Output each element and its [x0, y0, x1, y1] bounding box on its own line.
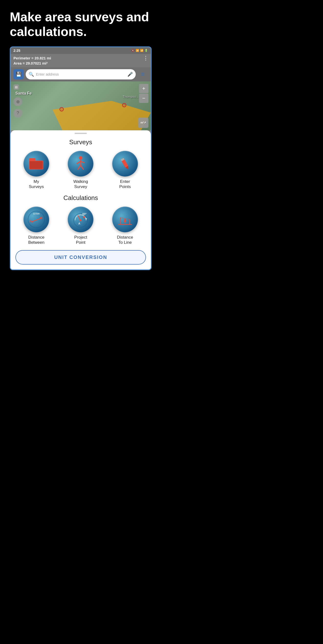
walk-icon: [74, 156, 87, 171]
battery-icon: 🔋: [144, 49, 148, 52]
project-point-label: ProjectPoint: [74, 235, 87, 245]
map-pin-2: [122, 103, 126, 107]
area-unit-button[interactable]: m²↗: [138, 118, 148, 128]
distance-between-item[interactable]: 13 km A B DistanceBetween: [19, 206, 54, 245]
walking-survey-button[interactable]: [68, 151, 94, 176]
svg-line-6: [81, 161, 84, 163]
distance-to-line-icon: [116, 210, 134, 228]
svg-point-21: [80, 220, 82, 222]
svg-point-23: [84, 216, 85, 218]
svg-text:13 km: 13 km: [33, 212, 40, 215]
calculations-section-title: Calculations: [16, 194, 146, 202]
phone-mockup: 2:25 🔇 📶 📶 🔋 Perimeter = 20.821 mi Area …: [10, 46, 152, 270]
calculations-grid: 13 km A B DistanceBetween: [16, 206, 146, 245]
svg-line-8: [81, 165, 84, 170]
search-placeholder: Enter address: [36, 72, 126, 76]
distance-between-icon: 13 km A B: [27, 210, 46, 228]
area-text: Area = 29.07021 mi²: [14, 61, 51, 66]
map-label-thompson: Thompso...: [123, 95, 139, 98]
map-label-santa-fe: Santa Fe: [16, 91, 32, 96]
mute-icon: 🔇: [131, 49, 135, 52]
sheet-handle: [74, 133, 87, 134]
svg-rect-2: [30, 161, 43, 169]
enter-points-button[interactable]: [112, 151, 138, 176]
distance-to-line-label: DistanceTo Line: [117, 235, 133, 245]
status-bar: 2:25 🔇 📶 📶 🔋: [10, 47, 151, 54]
surveys-grid: MySurveys: [16, 151, 146, 190]
signal-icon: 📶: [140, 49, 144, 52]
address-search-input[interactable]: 🔍 Enter address 🎤: [26, 69, 136, 80]
search-bar: 💾 🔍 Enter address 🎤 ≡: [10, 67, 151, 82]
my-surveys-button[interactable]: [24, 151, 49, 176]
search-icon: 🔍: [28, 72, 34, 77]
svg-text:60°: 60°: [82, 212, 87, 216]
distance-to-line-button[interactable]: [112, 206, 138, 232]
area-unit-icon: m²↗: [140, 121, 146, 124]
my-location-button[interactable]: ⊕: [14, 97, 22, 106]
unit-conversion-button[interactable]: UNIT CONVERSION: [16, 250, 146, 264]
hamburger-icon: ≡: [141, 70, 144, 78]
status-time: 2:25: [14, 49, 20, 52]
project-point-icon: 60° ? A: [72, 210, 90, 228]
svg-line-16: [32, 218, 40, 222]
save-button[interactable]: 💾: [14, 69, 24, 80]
location-icon: ⊕: [16, 99, 20, 104]
svg-text:?: ?: [85, 217, 87, 221]
my-surveys-label: MySurveys: [29, 179, 44, 190]
microphone-icon[interactable]: 🎤: [128, 72, 133, 77]
svg-text:A: A: [29, 219, 32, 223]
bottom-sheet: Surveys MySurveys: [10, 130, 151, 270]
svg-text:A: A: [78, 222, 80, 225]
zoom-in-button[interactable]: +: [139, 84, 148, 93]
project-point-button[interactable]: 60° ? A: [68, 206, 94, 232]
map-pin-1: [60, 107, 64, 112]
surveys-section-title: Surveys: [16, 138, 146, 146]
status-icons: 🔇 📶 📶 🔋: [131, 49, 148, 52]
walking-survey-label: WalkingSurvey: [73, 179, 88, 190]
distance-between-label: DistanceBetween: [28, 235, 44, 245]
save-icon: 💾: [16, 72, 22, 77]
survey-polygon: [52, 101, 151, 130]
map-view[interactable]: Santa Fe Thompso... ▤ + − ⊕ ? m²↗: [10, 82, 151, 130]
wifi-icon: 📶: [136, 49, 139, 52]
more-options-icon[interactable]: ⋮: [143, 56, 148, 61]
map-measurements: Perimeter = 20.821 mi Area = 29.07021 mi…: [14, 56, 51, 66]
layers-button[interactable]: ▤: [14, 84, 19, 90]
svg-point-3: [79, 156, 82, 160]
svg-line-5: [77, 161, 81, 164]
hero-title: Make area surveys and calculations.: [10, 10, 152, 39]
project-point-item[interactable]: 60° ? A ProjectPoint: [64, 206, 98, 245]
my-surveys-item[interactable]: MySurveys: [19, 151, 54, 190]
help-icon: ?: [17, 110, 19, 116]
pencil-icon: [118, 157, 132, 170]
folder-icon: [29, 157, 44, 170]
walking-survey-item[interactable]: WalkingSurvey: [64, 151, 98, 190]
layers-icon: ▤: [15, 85, 18, 89]
enter-points-label: EnterPoints: [119, 179, 131, 190]
zoom-controls: + −: [139, 84, 148, 103]
menu-icon[interactable]: ≡: [138, 69, 148, 80]
perimeter-text: Perimeter = 20.821 mi: [14, 56, 51, 61]
distance-between-button[interactable]: 13 km A B: [24, 206, 49, 232]
help-button[interactable]: ?: [14, 109, 22, 118]
hero-section: Make area surveys and calculations.: [0, 0, 162, 44]
distance-to-line-item[interactable]: DistanceTo Line: [108, 206, 142, 245]
svg-line-7: [78, 165, 81, 170]
info-bar: Perimeter = 20.821 mi Area = 29.07021 mi…: [10, 54, 151, 67]
enter-points-item[interactable]: EnterPoints: [108, 151, 142, 190]
zoom-out-button[interactable]: −: [139, 94, 148, 103]
phone-frame: 2:25 🔇 📶 📶 🔋 Perimeter = 20.821 mi Area …: [10, 46, 152, 270]
